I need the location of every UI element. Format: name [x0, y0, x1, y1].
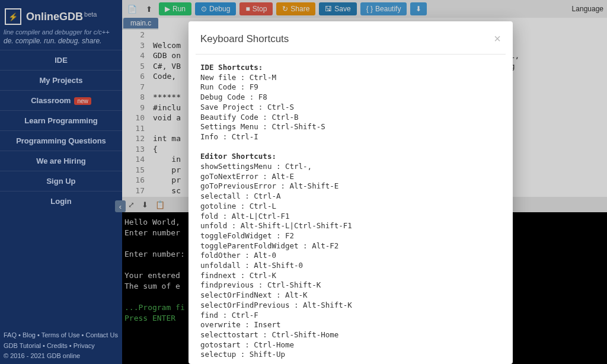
footer-links: FAQ • Blog • Terms of Use • Contact Us G…	[0, 327, 122, 364]
nav-classroom[interactable]: Classroom	[0, 90, 122, 110]
download-button[interactable]: ⬇	[410, 2, 427, 15]
save-button[interactable]: 🖫 Save	[319, 2, 356, 15]
lightning-icon: ⚡	[5, 8, 21, 25]
stop-button[interactable]: ■ Stop	[239, 2, 273, 15]
tab-bar: main.c	[122, 18, 158, 30]
line-gutter: 2 3 4 5 6 7 8 9 10 11 12 13 14 15 16 17	[122, 30, 149, 196]
nav-my-projects[interactable]: My Projects	[0, 70, 122, 90]
toolbar: 📄 ⬆ ▶ Run ⊙ Debug ■ Stop ↻ Share 🖫 Save …	[122, 0, 607, 18]
nav-hiring[interactable]: We are Hiring	[0, 151, 122, 171]
beautify-button[interactable]: { } Beautify	[360, 2, 407, 15]
logo[interactable]: ⚡ OnlineGDB beta	[0, 0, 122, 26]
nav-questions[interactable]: Programming Questions	[0, 130, 122, 151]
language-label[interactable]: Language	[572, 5, 603, 13]
upload-icon[interactable]: ⬆	[142, 2, 155, 15]
modal-title: Keyboard Shortcuts	[200, 33, 289, 45]
tagline-1: line compiler and debugger for c/c++	[0, 26, 122, 37]
nav-learn[interactable]: Learn Programming	[0, 110, 122, 130]
tagline-2: de. compile. run. debug. share.	[0, 37, 122, 50]
copyright: © 2016 - 2021 GDB online	[4, 351, 119, 362]
download-output-icon[interactable]: ⬇	[142, 200, 148, 209]
nav-login[interactable]: Login	[0, 191, 122, 211]
debug-button[interactable]: ⊙ Debug	[195, 2, 236, 15]
new-file-icon[interactable]: 📄	[126, 2, 139, 15]
run-button[interactable]: ▶ Run	[159, 2, 191, 15]
beta-badge: beta	[84, 11, 97, 18]
footer-row-2[interactable]: GDB Tutorial • Credits • Privacy	[4, 341, 119, 352]
collapse-sidebar-icon[interactable]: ‹	[115, 200, 126, 212]
share-button[interactable]: ↻ Share	[276, 2, 315, 15]
footer-row-1[interactable]: FAQ • Blog • Terms of Use • Contact Us	[4, 330, 119, 341]
sidebar: ⚡ OnlineGDB beta line compiler and debug…	[0, 0, 122, 364]
expand-icon[interactable]: ⤢	[128, 200, 135, 209]
tab-main-c[interactable]: main.c	[123, 18, 158, 28]
modal-body: IDE Shortcuts: New file : Ctrl-M Run Cod…	[196, 54, 506, 364]
nav-ide[interactable]: IDE	[0, 50, 122, 70]
copy-output-icon[interactable]: 📋	[155, 200, 165, 209]
nav-signup[interactable]: Sign Up	[0, 171, 122, 191]
keyboard-shortcuts-modal: Keyboard Shortcuts × IDE Shortcuts: New …	[189, 21, 513, 364]
close-icon[interactable]: ×	[494, 32, 501, 46]
brand-name: OnlineGDB	[26, 11, 83, 23]
